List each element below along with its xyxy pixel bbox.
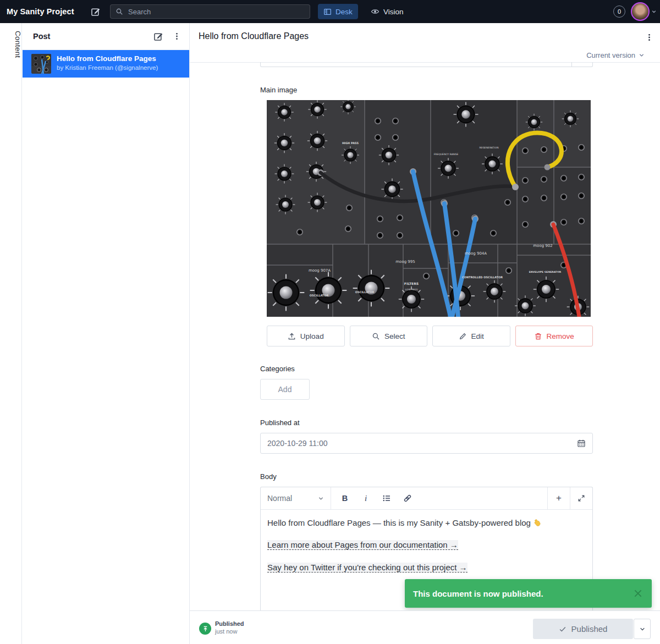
version-label: Current version bbox=[586, 51, 635, 59]
search-icon bbox=[372, 332, 380, 340]
svg-text:FILTERS: FILTERS bbox=[404, 282, 419, 285]
new-document-button[interactable] bbox=[90, 6, 101, 17]
svg-text:OSCILLATOR: OSCILLATOR bbox=[355, 290, 375, 294]
published-at-value: 2020-10-29 11:00 bbox=[267, 439, 577, 448]
select-label: Select bbox=[384, 332, 405, 340]
italic-button[interactable]: i bbox=[358, 490, 374, 507]
published-status-icon bbox=[199, 623, 211, 635]
user-menu-chevron-icon[interactable] bbox=[651, 9, 657, 14]
desk-icon bbox=[323, 8, 332, 16]
post-panel-menu-button[interactable] bbox=[172, 31, 181, 42]
project-title: My Sanity Project bbox=[7, 0, 74, 23]
published-status-label: Published bbox=[215, 620, 244, 627]
add-category-button[interactable]: Add bbox=[260, 379, 310, 400]
close-icon[interactable] bbox=[632, 588, 644, 599]
upload-icon bbox=[288, 332, 296, 340]
publish-toast: This document is now published. bbox=[405, 579, 652, 608]
tab-vision-label: Vision bbox=[383, 8, 404, 16]
remove-button[interactable]: Remove bbox=[515, 326, 593, 346]
chevron-down-icon bbox=[639, 52, 645, 58]
svg-text:OSCILLATOR: OSCILLATOR bbox=[310, 294, 329, 297]
top-navbar: My Sanity Project bbox=[0, 0, 660, 23]
toast-message: This document is now published. bbox=[413, 589, 632, 598]
calendar-icon[interactable] bbox=[577, 439, 586, 448]
version-selector[interactable]: Current version bbox=[190, 48, 652, 62]
user-avatar[interactable] bbox=[631, 2, 650, 21]
tab-vision[interactable]: Vision bbox=[365, 4, 409, 19]
body-toolbar: Normal B i bbox=[261, 487, 592, 510]
categories-label: Categories bbox=[260, 365, 295, 373]
create-post-button[interactable] bbox=[152, 31, 163, 42]
post-list-panel bbox=[22, 23, 190, 644]
published-status-time: just now bbox=[215, 628, 237, 635]
eye-icon bbox=[371, 7, 380, 16]
main-image-photo[interactable]: HIGH PASSFREQUENCY RANGEREGENERATIONmoog… bbox=[267, 100, 591, 317]
bold-button[interactable]: B bbox=[337, 490, 353, 507]
body-label: Body bbox=[260, 472, 277, 481]
notifications-count: 0 bbox=[618, 8, 621, 15]
text-style-value: Normal bbox=[267, 494, 292, 503]
content-rail bbox=[0, 23, 22, 644]
link-button[interactable] bbox=[399, 490, 416, 507]
twitter-link[interactable]: Say hey on Twitter if you're checking ou… bbox=[267, 563, 468, 573]
edit-button[interactable]: Edit bbox=[432, 326, 510, 346]
document-menu-button[interactable] bbox=[645, 32, 653, 43]
content-rail-label[interactable]: Content bbox=[0, 31, 22, 58]
svg-text:moog 995: moog 995 bbox=[395, 260, 415, 264]
body-paragraph: Say hey on Twitter if you're checking ou… bbox=[267, 562, 586, 573]
upload-button[interactable]: Upload bbox=[267, 326, 345, 346]
image-actions: Upload Select Edit Remo bbox=[267, 326, 593, 346]
upload-label: Upload bbox=[300, 332, 324, 340]
pencil-icon bbox=[459, 332, 467, 340]
add-label: Add bbox=[278, 385, 292, 394]
insert-block-button[interactable]: + bbox=[547, 487, 570, 509]
svg-text:moog 907A: moog 907A bbox=[309, 268, 331, 273]
post-item-subtitle: by Kristian Freeman (@signalnerve) bbox=[57, 64, 158, 71]
fullscreen-button[interactable] bbox=[570, 487, 592, 509]
wave-emoji-icon bbox=[533, 518, 542, 527]
post-thumbnail bbox=[31, 54, 51, 74]
body-paragraph-text: Hello from Cloudflare Pages — this is my… bbox=[267, 518, 531, 527]
svg-text:REGENERATION: REGENERATION bbox=[479, 146, 498, 149]
svg-text:moog 904A: moog 904A bbox=[465, 251, 487, 256]
publish-button[interactable]: Published bbox=[533, 619, 633, 639]
svg-text:ENVELOPE GENERATOR: ENVELOPE GENERATOR bbox=[529, 271, 562, 273]
notifications-badge[interactable]: 0 bbox=[613, 5, 625, 18]
document-title: Hello from Cloudflare Pages bbox=[199, 31, 309, 41]
body-paragraph: Hello from Cloudflare Pages — this is my… bbox=[267, 518, 586, 529]
format-buttons: B i bbox=[331, 487, 547, 509]
select-button[interactable]: Select bbox=[350, 326, 428, 346]
slug-field-remnant[interactable] bbox=[260, 62, 593, 67]
svg-text:LOW PASS: LOW PASS bbox=[405, 288, 418, 291]
check-icon bbox=[559, 625, 566, 633]
search-input[interactable] bbox=[127, 7, 305, 16]
search-icon bbox=[116, 8, 123, 15]
main-image-label: Main image bbox=[260, 86, 297, 94]
tab-desk-label: Desk bbox=[336, 8, 353, 16]
slug-generate-divider bbox=[571, 62, 572, 67]
compose-icon bbox=[90, 7, 101, 17]
text-style-select[interactable]: Normal bbox=[261, 487, 331, 509]
chevron-down-icon bbox=[639, 626, 646, 632]
post-list-item[interactable]: Hello from Cloudflare Pages by Kristian … bbox=[23, 50, 189, 78]
chevron-down-icon bbox=[318, 496, 324, 502]
edit-label: Edit bbox=[471, 332, 484, 340]
svg-text:CONTROLLED OSCILLATOR: CONTROLLED OSCILLATOR bbox=[462, 276, 503, 279]
trash-icon bbox=[534, 332, 542, 340]
published-at-label: Published at bbox=[260, 419, 300, 427]
published-at-input[interactable]: 2020-10-29 11:00 bbox=[260, 433, 593, 454]
post-panel-title: Post bbox=[33, 23, 50, 49]
tab-desk[interactable]: Desk bbox=[318, 4, 358, 19]
body-paragraph: Learn more about Pages from our document… bbox=[267, 540, 586, 551]
post-item-title: Hello from Cloudflare Pages bbox=[57, 54, 156, 63]
svg-text:FREQUENCY RANGE: FREQUENCY RANGE bbox=[434, 153, 459, 156]
publish-menu-button[interactable] bbox=[634, 619, 651, 639]
remove-label: Remove bbox=[547, 332, 574, 340]
svg-text:moog 902: moog 902 bbox=[533, 244, 552, 248]
documentation-link[interactable]: Learn more about Pages from our document… bbox=[267, 540, 458, 550]
sanity-studio: My Sanity Project bbox=[0, 0, 660, 644]
publish-button-label: Published bbox=[571, 624, 608, 634]
svg-text:HIGH PASS: HIGH PASS bbox=[342, 141, 359, 145]
bullet-list-button[interactable] bbox=[378, 490, 395, 507]
global-search[interactable] bbox=[110, 4, 310, 19]
